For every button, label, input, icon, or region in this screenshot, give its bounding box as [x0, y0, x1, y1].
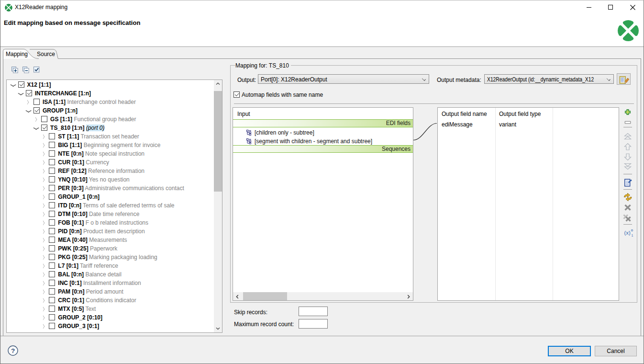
svg-text:?: ?	[11, 347, 15, 354]
svg-text:1: 1	[632, 234, 633, 237]
svg-text:(x): (x)	[624, 230, 631, 236]
svg-text:Mapping: Mapping	[6, 51, 28, 57]
svg-text:Source: Source	[37, 51, 55, 57]
